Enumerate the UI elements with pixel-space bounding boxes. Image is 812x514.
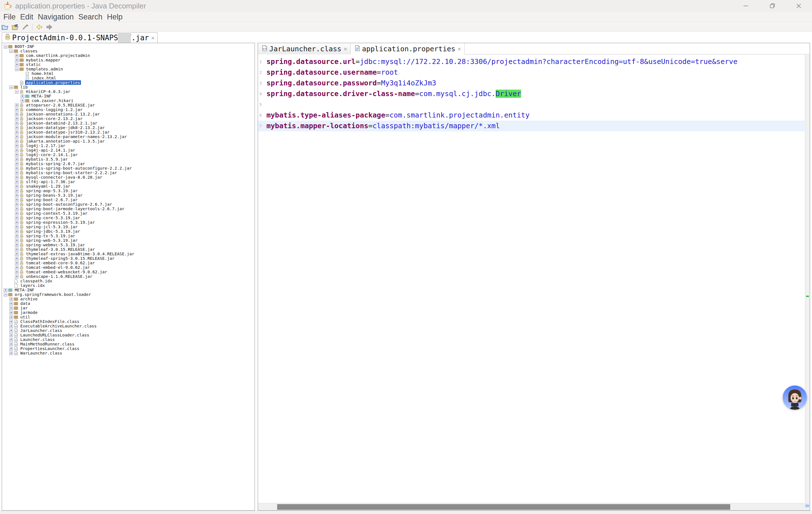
tree-item[interactable]: <>index.html [3,76,255,80]
tree-item[interactable]: +jackson-databind-2.13.2.1.jar [3,121,255,125]
horizontal-scrollbar-thumb[interactable] [277,504,730,510]
tree-item[interactable]: +010WarLauncher.class [3,351,255,355]
expand-toggle-icon[interactable]: + [15,243,19,247]
tree-item[interactable]: +commons-logging-1.2.jar [3,108,255,112]
tree-item[interactable]: +slf4j-api-1.7.36.jar [3,180,255,184]
expand-toggle-icon[interactable]: + [15,198,19,202]
tree-item[interactable]: +spring-context-5.3.19.jar [3,211,255,216]
expand-toggle-icon[interactable]: + [9,315,13,319]
expand-toggle-icon[interactable]: + [9,297,13,301]
tree-item[interactable]: −org.springframework.boot.loader [3,292,255,297]
tree-item[interactable]: −BOOT-INF [3,44,255,49]
tree-item[interactable]: +static [3,62,255,67]
tree-item[interactable]: −HikariCP-4.0.3.jar [3,89,255,94]
search-icon[interactable] [20,23,30,31]
tree-item[interactable]: +thymeleaf-extras-java8time-3.0.4.RELEAS… [3,252,255,256]
menu-search[interactable]: Search [76,13,105,22]
expand-toggle-icon[interactable]: + [15,230,19,233]
expand-toggle-icon[interactable]: + [15,185,19,188]
tree-item[interactable]: <>home.html [3,71,255,76]
expand-toggle-icon[interactable]: + [9,324,13,328]
expand-toggle-icon[interactable]: + [15,162,19,166]
expand-toggle-icon[interactable]: + [15,252,19,256]
expand-toggle-icon[interactable]: + [15,58,19,62]
tab-close-icon[interactable]: ✕ [458,46,461,52]
tree-item[interactable]: +jarmode [3,310,255,315]
expand-toggle-icon[interactable]: + [15,266,19,269]
close-button[interactable] [785,0,812,12]
expand-toggle-icon[interactable]: + [15,121,19,125]
tree-item[interactable]: +spring-core-5.3.19.jar [3,216,255,220]
tree-item[interactable]: −classes [3,49,255,53]
tree-item[interactable]: +010ClassPathIndexFile.class [3,319,255,324]
tree-item[interactable]: +tomcat-embed-el-9.0.62.jar [3,265,255,270]
expand-toggle-icon[interactable]: + [15,176,19,179]
expand-toggle-icon[interactable]: + [15,207,19,211]
tree-item[interactable]: +jackson-datatype-jsr310-2.13.2.jar [3,130,255,134]
expand-toggle-icon[interactable]: + [15,270,19,274]
code-line[interactable]: 3spring.datasource.password=My3q1i4oZkJm… [258,78,805,89]
tree-item[interactable]: +jackson-module-parameter-names-2.13.2.j… [3,134,255,139]
navigate-forward-icon[interactable] [44,23,54,31]
tree-item[interactable]: +log4j-1.2.17.jar [3,144,255,148]
minimize-button[interactable] [732,0,759,12]
tree-item[interactable]: +mybatis-spring-boot-starter-2.2.2.jar [3,171,255,175]
tree-item[interactable]: +tomcat-embed-core-9.0.62.jar [3,261,255,265]
tree-item[interactable]: +010MainMethodRunner.class [3,342,255,346]
code-line[interactable]: 6mybatis.type-aliases-package=com.smartl… [258,110,805,121]
expand-toggle-icon[interactable]: + [15,248,19,251]
expand-toggle-icon[interactable]: + [9,320,13,324]
editor-tab-application-properties[interactable]: application.properties✕ [351,43,465,54]
menu-edit[interactable]: Edit [18,13,36,22]
tree-item[interactable]: +META-INF [3,94,255,98]
expand-toggle-icon[interactable]: + [15,135,19,139]
tree-item[interactable]: +log4j-core-2.14.1.jar [3,152,255,157]
tree-item[interactable]: classpath.idx [3,279,255,283]
tree-item[interactable]: +spring-expression-5.3.19.jar [3,220,255,224]
tree-item[interactable]: +spring-beans-5.3.19.jar [3,193,255,198]
expand-toggle-icon[interactable]: + [9,311,13,314]
tree-item[interactable]: +mybatis.mapper [3,58,255,62]
expand-toggle-icon[interactable]: + [9,347,13,351]
open-type-icon[interactable] [10,23,20,31]
expand-toggle-icon[interactable]: + [4,288,7,292]
tree-item[interactable]: −lib [3,85,255,89]
expand-toggle-icon[interactable]: + [9,352,13,355]
expand-toggle-icon[interactable]: + [15,144,19,148]
tree-item[interactable]: +thymeleaf-3.0.15.RELEASE.jar [3,247,255,252]
overview-ruler[interactable] [805,55,810,504]
expand-toggle-icon[interactable]: + [15,239,19,242]
expand-toggle-icon[interactable]: + [15,108,19,112]
menu-navigation[interactable]: Navigation [35,13,76,22]
expand-toggle-icon[interactable]: + [21,99,24,102]
expand-toggle-icon[interactable]: + [9,306,13,310]
tree-item[interactable]: +spring-boot-2.6.7.jar [3,198,255,202]
collapse-toggle-icon[interactable]: − [4,45,7,49]
tree-item[interactable]: +tomcat-embed-websocket-9.0.62.jar [3,270,255,274]
tree-item[interactable]: +log4j-api-2.14.1.jar [3,148,255,152]
jar-tab-close-icon[interactable]: ✕ [151,34,154,41]
expand-toggle-icon[interactable]: + [15,225,19,229]
tree-item[interactable]: +spring-web-5.3.19.jar [3,238,255,243]
tree-item[interactable]: +util [3,315,255,319]
user-avatar[interactable] [783,386,807,410]
menu-file[interactable]: File [1,13,18,22]
tree-item[interactable]: +com.smartlink.projectadmin [3,53,255,58]
tree-item[interactable]: +010JarLauncher.class [3,328,255,333]
collapse-toggle-icon[interactable]: − [15,67,19,71]
code-line[interactable]: 4spring.datasource.driver-class-name=com… [258,89,805,99]
expand-toggle-icon[interactable]: + [9,342,13,346]
ruler-annotation-mark[interactable] [806,296,809,297]
tree-item[interactable]: +com.zaxxer.hikari [3,98,255,103]
tree-item[interactable]: +spring-boot-autoconfigure-2.6.7.jar [3,202,255,207]
expand-toggle-icon[interactable]: + [15,130,19,134]
expand-toggle-icon[interactable]: + [15,261,19,265]
expand-toggle-icon[interactable]: + [9,302,13,305]
properties-code-area[interactable]: 1spring.datasource.url=jdbc:mysql://172.… [258,55,805,504]
expand-toggle-icon[interactable]: + [15,140,19,143]
tree-item[interactable]: +mybatis-spring-2.0.7.jar [3,161,255,166]
code-line[interactable]: 7mybatis.mapper-locations=classpath:myba… [258,121,805,131]
expand-toggle-icon[interactable]: + [15,157,19,161]
tree-item[interactable]: +spring-jdbc-5.3.19.jar [3,229,255,234]
expand-toggle-icon[interactable]: + [9,333,13,337]
